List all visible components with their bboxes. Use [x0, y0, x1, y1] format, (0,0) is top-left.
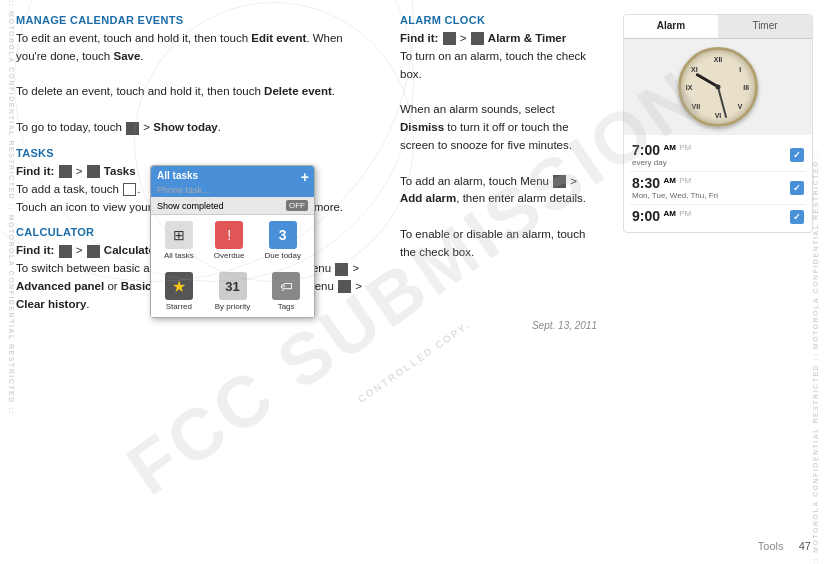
calculator-icon [87, 245, 100, 258]
alarm-clock-title: ALARM CLOCK [400, 14, 597, 26]
menu-icon-2 [338, 280, 351, 293]
apps-icon-2 [59, 245, 72, 258]
clock-num-V: V [738, 102, 743, 109]
list-item[interactable]: ! Overdue [214, 221, 245, 260]
alarm-time-display: 9:00 AM PM [632, 209, 691, 224]
clock-num-VI: VI [715, 112, 722, 119]
by-priority-label: By priority [215, 302, 251, 311]
clock-face-container: XII I III V VI VII IX XI [624, 39, 812, 135]
tab-alarm[interactable]: Alarm [624, 15, 718, 38]
tab-timer[interactable]: Timer [718, 15, 812, 38]
apps-icon [59, 165, 72, 178]
alarm-time-block: 9:00 AM PM [632, 209, 691, 224]
menu-icon-3 [553, 175, 566, 188]
popup-title: All tasks [157, 170, 198, 181]
manage-calendar-title: MANAGE CALENDAR EVENTS [16, 14, 374, 26]
clock-num-III: III [743, 84, 749, 91]
tags-label: Tags [278, 302, 295, 311]
alarm-ampm-sub: PM [679, 209, 691, 218]
list-item[interactable]: 31 By priority [215, 272, 251, 311]
popup-toolbar: Show completed OFF [151, 197, 314, 215]
tasks-title: TASKS [16, 147, 374, 159]
due-today-label: Due today [265, 251, 301, 260]
alarm-checkbox[interactable] [790, 148, 804, 162]
alarm-time-block: 8:30 AM PM Mon, Tue, Wed, Thu, Fri [632, 176, 718, 200]
alarm-clock-body: Find it: > Alarm & Timer To turn on an a… [400, 30, 597, 262]
alarm-days: Mon, Tue, Wed, Thu, Fri [632, 191, 718, 200]
popup-icons-row: ⊞ All tasks ! Overdue 3 Due today [151, 215, 314, 266]
menu-icon [335, 263, 348, 276]
alarm-checkbox[interactable] [790, 181, 804, 195]
all-tasks-icon: ⊞ [165, 221, 193, 249]
alarm-time-value: 9:00 [632, 208, 660, 224]
popup-icons-row-2: ★ Starred 31 By priority 🏷 Tags [151, 266, 314, 317]
calendar-icon [126, 122, 139, 135]
alarm-time-value: 7:00 [632, 142, 660, 158]
clock-num-VII: VII [692, 102, 701, 109]
by-priority-icon: 31 [219, 272, 247, 300]
alarm-time-block: 7:00 AM PM every day [632, 143, 691, 167]
alarm-ampm: AM [663, 209, 675, 218]
alarm-item: 9:00 AM PM [630, 205, 806, 228]
page-number: Tools 47 [758, 540, 811, 552]
tools-label: Tools [758, 540, 784, 552]
list-item[interactable]: 🏷 Tags [272, 272, 300, 311]
alarm-days: every day [632, 158, 691, 167]
alarm-panel: Alarm Timer XII I III V VI VII IX XI [623, 14, 813, 233]
tasks-icon [87, 165, 100, 178]
show-completed-toggle[interactable]: OFF [286, 200, 308, 211]
clock-num-XI: XI [691, 65, 698, 72]
right-column: Alarm Timer XII I III V VI VII IX XI [607, 0, 827, 564]
show-completed-label: Show completed [157, 201, 224, 211]
popup-subheader: Phone task... [151, 185, 314, 197]
alarm-ampm-sub: PM [679, 176, 691, 185]
list-item[interactable]: ★ Starred [165, 272, 193, 311]
alarm-tabs: Alarm Timer [624, 15, 812, 39]
clock-num-IX: IX [686, 84, 693, 91]
alarm-items: 7:00 AM PM every day 8:30 AM PM [624, 135, 812, 232]
popup-add-button[interactable]: + [301, 169, 309, 185]
alarm-icon [471, 32, 484, 45]
tasks-popup[interactable]: All tasks + Phone task... Show completed… [150, 165, 315, 318]
page-container: MANAGE CALENDAR EVENTS To edit an event,… [0, 0, 827, 564]
date-watermark: Sept. 13, 2011 [532, 320, 597, 331]
alarm-time-display: 8:30 AM PM [632, 176, 718, 191]
list-item[interactable]: ⊞ All tasks [164, 221, 194, 260]
center-dot [716, 85, 721, 90]
list-item[interactable]: 3 Due today [265, 221, 301, 260]
apps-icon-3 [443, 32, 456, 45]
due-today-icon: 3 [269, 221, 297, 249]
starred-label: Starred [166, 302, 192, 311]
popup-header: All tasks + [151, 166, 314, 185]
alarm-ampm: AM [663, 143, 675, 152]
alarm-time-value: 8:30 [632, 175, 660, 191]
clock-num-I: I [739, 65, 741, 72]
all-tasks-label: All tasks [164, 251, 194, 260]
overdue-icon: ! [215, 221, 243, 249]
alarm-item: 7:00 AM PM every day [630, 139, 806, 172]
starred-icon: ★ [165, 272, 193, 300]
middle-column: ALARM CLOCK Find it: > Alarm & Timer To … [390, 0, 607, 564]
alarm-time-display: 7:00 AM PM [632, 143, 691, 158]
alarm-item: 8:30 AM PM Mon, Tue, Wed, Thu, Fri [630, 172, 806, 205]
tags-icon: 🏷 [272, 272, 300, 300]
add-task-icon [123, 183, 136, 196]
clock-face: XII I III V VI VII IX XI [678, 47, 758, 127]
alarm-ampm-sub: PM [679, 143, 691, 152]
alarm-checkbox[interactable] [790, 210, 804, 224]
clock-num-12: XII [714, 55, 723, 62]
overdue-label: Overdue [214, 251, 245, 260]
manage-calendar-body: To edit an event, touch and hold it, the… [16, 30, 374, 137]
page-num-value: 47 [799, 540, 811, 552]
alarm-ampm: AM [663, 176, 675, 185]
